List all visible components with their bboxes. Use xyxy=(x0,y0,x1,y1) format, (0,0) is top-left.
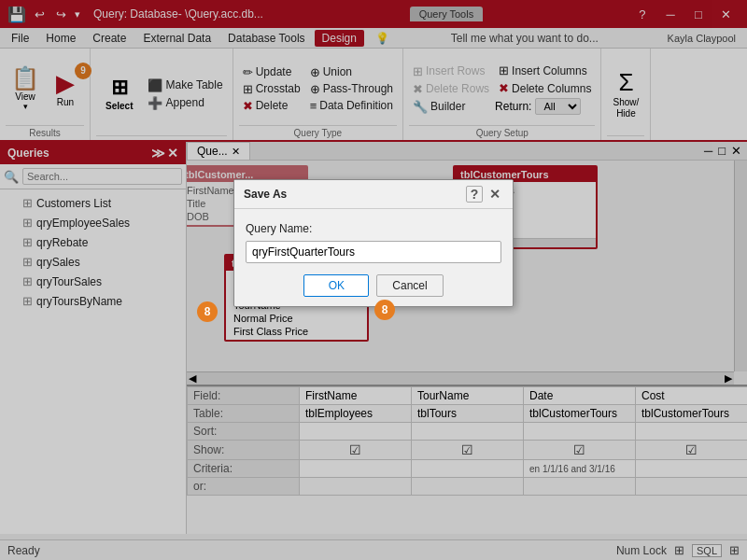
badge-8-left: 8 xyxy=(197,301,218,322)
dialog-close-btn[interactable]: ✕ xyxy=(486,186,503,203)
dialog-title-buttons: ? ✕ xyxy=(466,186,503,203)
save-as-dialog: Save As ? ✕ Query Name: OK Cancel 8 8 xyxy=(233,179,514,307)
dialog-query-name-label: Query Name: xyxy=(246,222,501,235)
dialog-ok-button[interactable]: OK xyxy=(303,274,369,297)
dialog-cancel-button[interactable]: Cancel xyxy=(376,274,443,297)
dialog-buttons: OK Cancel xyxy=(246,274,501,297)
dialog-body: Query Name: OK Cancel xyxy=(234,209,513,306)
badge-8-right: 8 xyxy=(374,300,395,320)
dialog-title-text: Save As xyxy=(244,188,287,201)
dialog-help-btn[interactable]: ? xyxy=(466,186,483,203)
dialog-query-name-input[interactable] xyxy=(246,241,501,263)
dialog-title-bar: Save As ? ✕ xyxy=(234,180,513,209)
dialog-overlay: Save As ? ✕ Query Name: OK Cancel 8 8 xyxy=(0,0,747,560)
